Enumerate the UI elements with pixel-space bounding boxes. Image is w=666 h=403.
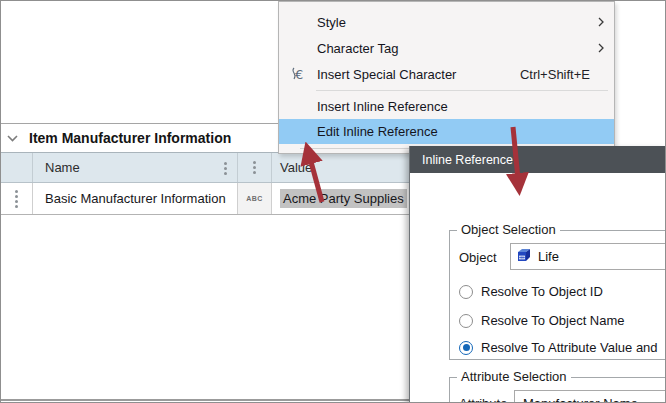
attribute-field[interactable]: Manufacturer Name — [514, 390, 666, 403]
special-character-icon: € — [279, 66, 317, 82]
attribute-label: Attribute — [459, 396, 507, 403]
radio-resolve-object-id[interactable]: Resolve To Object ID — [459, 284, 603, 299]
menu-shortcut: Ctrl+Shift+E — [520, 67, 590, 82]
object-label: Object — [459, 250, 497, 265]
group-legend: Object Selection — [457, 222, 560, 237]
menu-item-style[interactable]: Style — [279, 9, 614, 35]
object-field[interactable]: Life — [510, 243, 666, 270]
menu-item-edit-inline-reference[interactable]: Edit Inline Reference — [279, 119, 614, 144]
radio-resolve-attribute-value[interactable]: Resolve To Attribute Value and — [459, 340, 658, 355]
row-name-cell[interactable]: Basic Manufacturer Information — [33, 183, 238, 214]
table-header-row: Name Value — [1, 152, 453, 183]
text-type-badge: ABC — [246, 195, 263, 202]
name-column-label: Name — [45, 160, 80, 175]
chevron-down-icon[interactable] — [1, 135, 23, 142]
radio-icon[interactable] — [459, 314, 473, 328]
radio-selected-icon[interactable] — [459, 341, 473, 355]
header-spacer-cell — [1, 153, 33, 182]
table-row: Basic Manufacturer Information ABC Acme … — [1, 183, 453, 215]
context-menu: Style Character Tag € Insert Special Cha… — [278, 1, 615, 154]
group-legend: Attribute Selection — [457, 369, 571, 384]
selected-value-text[interactable]: Acme Party Supplies — [280, 189, 407, 208]
row-type-cell[interactable]: ABC — [238, 183, 272, 214]
menu-item-insert-inline-reference[interactable]: Insert Inline Reference — [279, 94, 614, 119]
dialog-title: Inline Reference — [422, 153, 513, 167]
drag-handle-icon[interactable] — [15, 190, 18, 208]
attribute-value: Manufacturer Name — [523, 396, 638, 403]
object-selection-group: Object Selection Object Life — [449, 230, 666, 360]
row-name-text: Basic Manufacturer Information — [45, 191, 226, 206]
object-type-icon — [516, 247, 532, 266]
dialog-titlebar[interactable]: Inline Reference — [410, 146, 666, 173]
dialog-body: Object Selection Object Life — [410, 173, 666, 403]
header-name-cell[interactable]: Name — [33, 153, 238, 182]
screenshot-root: Item Manufacturer Information Name Value… — [0, 0, 666, 403]
section-header: Item Manufacturer Information — [1, 123, 279, 152]
section-title: Item Manufacturer Information — [29, 130, 231, 146]
column-menu-icon[interactable] — [224, 162, 227, 175]
document-bottom-edge — [1, 399, 413, 401]
attribute-selection-group: Attribute Selection Attribute Manufactur… — [449, 377, 666, 403]
submenu-arrow-icon — [596, 17, 606, 27]
menu-item-character-tag[interactable]: Character Tag — [279, 35, 614, 61]
inline-reference-dialog: Inline Reference Object Selection Object — [409, 146, 666, 403]
submenu-arrow-icon — [596, 43, 606, 53]
radio-icon[interactable] — [459, 285, 473, 299]
object-value: Life — [538, 249, 559, 264]
attribute-table: Name Value Basic Manufacturer Informatio… — [1, 152, 453, 215]
column-menu-icon[interactable] — [253, 161, 256, 174]
menu-separator — [316, 90, 608, 91]
row-drag-cell[interactable] — [1, 183, 33, 214]
header-type-cell[interactable] — [238, 153, 272, 182]
value-column-label: Value — [280, 160, 312, 175]
menu-item-insert-special-character[interactable]: € Insert Special Character Ctrl+Shift+E — [279, 61, 614, 87]
svg-text:€: € — [295, 67, 303, 82]
radio-resolve-object-name[interactable]: Resolve To Object Name — [459, 313, 625, 328]
